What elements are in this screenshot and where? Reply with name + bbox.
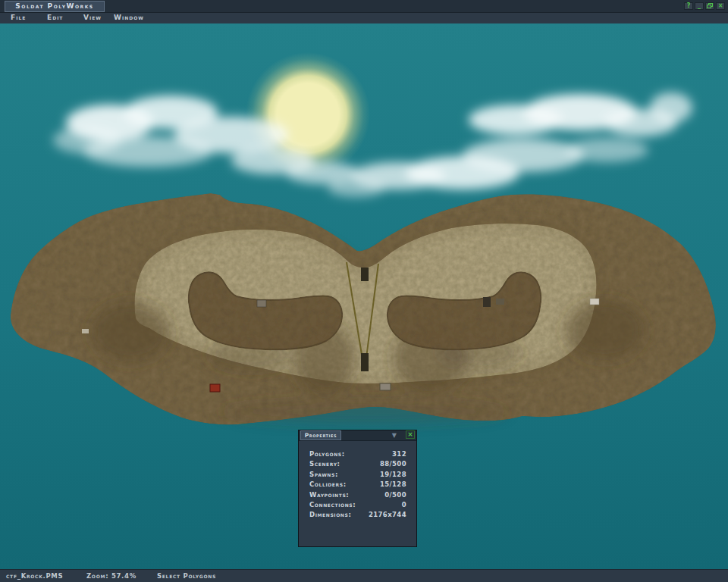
collapse-chevron-icon[interactable]: ▼ (392, 432, 397, 439)
menu-edit[interactable]: Edit (47, 13, 63, 23)
help-button[interactable]: ? (684, 2, 693, 10)
help-icon: ? (687, 2, 691, 9)
close-icon: × (407, 430, 413, 438)
barrel-right-mound (483, 297, 491, 307)
stat-colliders: Colliders: 15/128 (299, 480, 416, 490)
minimize-icon: _ (698, 2, 701, 9)
title-bar: Soldat PolyWorks ? _ × (0, 0, 728, 13)
center-post-bottom (361, 353, 369, 371)
menu-bar: File Edit View Window (0, 13, 728, 23)
center-post-top (361, 268, 369, 281)
minimize-button[interactable]: _ (695, 2, 704, 10)
small-scenery-left (82, 329, 89, 333)
stat-polygons: Polygons: 312 (299, 450, 416, 460)
stat-scenery: Scenery: 88/500 (299, 460, 416, 470)
close-button[interactable]: × (716, 2, 725, 10)
properties-title: Properties (300, 430, 341, 440)
app-window: Soldat PolyWorks ? _ × File Edit View Wi… (0, 0, 728, 582)
red-crate (210, 384, 220, 392)
menu-file[interactable]: File (11, 13, 26, 23)
menu-window[interactable]: Window (114, 13, 144, 23)
map-canvas[interactable]: Properties ▼ × Polygons: 312 Scenery: 88… (0, 23, 728, 569)
status-zoom: Zoom: 57.4% (86, 570, 136, 582)
menu-view[interactable]: View (83, 13, 102, 23)
stat-spawns: Spawns: 19/128 (299, 471, 416, 480)
status-tool: Select Polygons (157, 570, 216, 582)
stat-waypoints: Waypoints: 0/500 (299, 491, 416, 501)
status-filename: ctf_Krock.PMS (6, 570, 63, 582)
stat-connections: Connections: 0 (299, 501, 416, 511)
stat-dimensions: Dimensions: 2176x744 (299, 511, 416, 521)
restore-button[interactable] (705, 2, 714, 10)
window-controls: ? _ × (684, 2, 725, 10)
window-title: Soldat PolyWorks (5, 1, 105, 12)
crate-right-mound (496, 299, 504, 305)
crate-left-mound (257, 300, 266, 307)
close-icon: × (718, 2, 723, 9)
properties-panel: Properties ▼ × Polygons: 312 Scenery: 88… (298, 430, 417, 547)
properties-body: Polygons: 312 Scenery: 88/500 Spawns: 19… (299, 441, 416, 521)
white-crate (590, 299, 599, 305)
restore-icon (707, 3, 713, 8)
status-bar: ctf_Krock.PMS Zoom: 57.4% Select Polygon… (0, 569, 728, 582)
gray-crate (380, 383, 391, 390)
properties-header[interactable]: Properties ▼ × (299, 430, 416, 441)
properties-close-button[interactable]: × (406, 430, 415, 439)
